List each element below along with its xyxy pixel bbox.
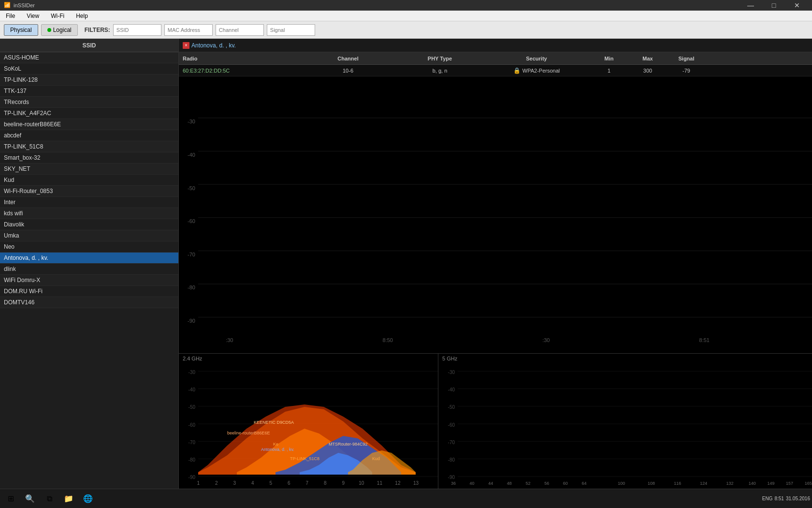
folder-icon: 📁 [64,494,73,503]
search-icon: 🔍 [25,494,35,503]
filters-label: FILTERS: [85,27,110,33]
col-channel: Channel [300,56,396,61]
app-icon: 📶 [4,2,11,8]
start-button[interactable]: ⊞ [2,490,19,508]
ssid-item[interactable]: SoKoL [0,63,178,75]
ssid-item[interactable]: WiFi Domru-X [0,275,178,286]
svg-text:-80: -80 [448,457,455,463]
ssid-item[interactable]: beeline-routerB86E6E [0,119,178,130]
ssid-item[interactable]: Umka [0,230,178,241]
menubar: File View Wi-Fi Help [0,11,812,21]
row-radio: 60:E3:27:D2:DD:5C [179,68,300,74]
taskbar-right: ENG 8:51 31.05.2016 [762,496,810,501]
col-radio: Radio [179,56,300,61]
ssid-item[interactable]: Wi-Fi-Router_0853 [0,186,178,197]
menu-help[interactable]: Help [72,12,92,20]
taskbar-time: 8:51 [774,496,783,501]
browser-icon: 🌐 [83,494,93,503]
ssid-item[interactable]: Kud [0,175,178,186]
menu-wifi[interactable]: Wi-Fi [47,12,68,20]
taskbar: ⊞ 🔍 ⧉ 📁 🌐 ENG 8:51 31.05.2016 [0,489,812,508]
menu-view[interactable]: View [23,12,43,20]
ssid-filter-input[interactable] [113,24,161,36]
ssid-item[interactable]: Diavolik [0,219,178,230]
menu-file[interactable]: File [2,12,19,20]
titlebar-left: 📶 inSSIDer [4,2,35,8]
svg-text:64: 64 [581,481,586,486]
ssid-item[interactable]: Inter [0,197,178,208]
svg-text:165: 165 [805,481,812,486]
row-phy-type: b, g, n [396,68,483,74]
svg-text:TP-LINK_51C8: TP-LINK_51C8 [290,456,319,461]
ssid-item[interactable]: Smart_box-32 [0,152,178,164]
svg-text:Ke: Ke [273,442,278,447]
svg-text:KEENETIC D9CD5A: KEENETIC D9CD5A [254,420,294,425]
search-button[interactable]: 🔍 [21,490,39,508]
svg-text:108: 108 [648,481,655,486]
svg-text:beeline-routerB86E6E: beeline-routerB86E6E [227,431,270,435]
ssid-item[interactable]: TP-LINK-128 [0,75,178,86]
ssid-panel: SSID ASUS-HOMESoKoLTP-LINK-128TTK-137TRe… [0,39,179,489]
channel-filter-input[interactable] [216,24,264,36]
edge-button[interactable]: 🌐 [79,490,97,508]
svg-text:157: 157 [786,481,793,486]
mac-filter-input[interactable] [164,24,213,36]
ssid-item[interactable]: TP-LINK_A4F2AC [0,108,178,119]
explorer-button[interactable]: 📁 [60,490,77,508]
panel-2ghz-svg: -30 -40 -50 -60 -70 -80 -90 [179,354,438,489]
ssid-list[interactable]: ASUS-HOMESoKoLTP-LINK-128TTK-137TRecords… [0,52,178,489]
physical-view-button[interactable]: Physical [4,24,38,36]
ssid-item[interactable]: DOMTV146 [0,297,178,308]
ssid-item[interactable]: TP-LINK_51C8 [0,141,178,152]
row-security: 🔒 WPA2-Personal [483,67,590,74]
signal-filter-input[interactable] [267,24,315,36]
svg-text:9: 9 [342,480,345,486]
main-area: SSID ASUS-HOMESoKoLTP-LINK-128TTK-137TRe… [0,39,812,489]
signal-chart-svg: -30 -40 -50 -60 -70 -80 -90 :30 8:50 :30… [179,76,812,353]
task-view-button[interactable]: ⧉ [41,490,58,508]
svg-text:36: 36 [451,481,456,486]
ssid-item[interactable]: kds wifi [0,208,178,219]
detail-table-header: Radio Channel PHY Type Security Min Max … [179,52,812,65]
ssid-header: SSID [0,39,178,52]
ssid-item[interactable]: TTK-137 [0,86,178,97]
svg-text::30: :30 [226,337,233,343]
ssid-item[interactable]: SKY_NET [0,164,178,175]
detail-data-row: 60:E3:27:D2:DD:5C 10-6 b, g, n 🔒 WPA2-Pe… [179,65,812,76]
ssid-item[interactable]: abcdef [0,130,178,141]
ssid-item[interactable]: DOM.RU Wi-Fi [0,286,178,297]
close-button[interactable]: ✕ [786,0,808,11]
svg-text:-80: -80 [188,284,195,290]
svg-text:60: 60 [563,481,568,486]
svg-text:8:50: 8:50 [383,337,393,343]
signal-graph: -30 -40 -50 -60 -70 -80 -90 :30 8:50 :30… [179,76,812,353]
ssid-item[interactable]: dlink [0,264,178,275]
svg-text:-40: -40 [448,387,455,392]
svg-text:-50: -50 [188,185,195,191]
svg-text:2: 2 [215,480,218,486]
svg-text:4: 4 [251,480,254,486]
ssid-item[interactable]: TRecords [0,97,178,108]
ssid-item[interactable]: Antonova, d. , kv. [0,253,178,264]
svg-text:-40: -40 [188,387,196,392]
col-security: Security [483,56,590,61]
svg-text:52: 52 [526,481,531,486]
logical-view-button[interactable]: Logical [41,24,78,36]
taskview-icon: ⧉ [47,494,52,503]
svg-text:132: 132 [726,481,733,486]
minimize-button[interactable]: — [740,0,762,11]
tab-close-button[interactable]: × [183,42,189,49]
taskbar-left: ⊞ 🔍 ⧉ 📁 🌐 [2,490,97,508]
svg-text:-30: -30 [188,370,196,375]
ssid-item[interactable]: ASUS-HOME [0,52,178,63]
svg-text:-90: -90 [448,475,455,480]
ssid-item[interactable]: Neo [0,241,178,253]
windows-icon: ⊞ [8,494,14,503]
maximize-button[interactable]: □ [763,0,785,11]
svg-text:-60: -60 [188,422,196,428]
panel-5ghz-svg: -30 -40 -50 -60 -70 -80 -90 36 40 44 48 … [438,354,812,489]
taskbar-date: 31.05.2016 [786,496,810,501]
logical-dot-icon [47,28,51,32]
svg-text:-70: -70 [188,440,196,445]
panel-5ghz: 5 GHz -30 -40 -50 -60 -70 -80 [438,354,812,489]
